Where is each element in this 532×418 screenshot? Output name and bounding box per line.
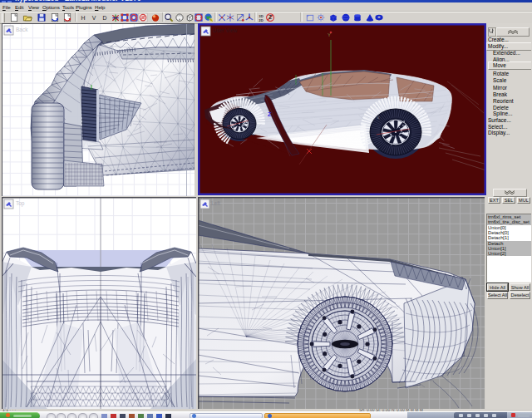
svg-text:V: V — [92, 15, 96, 21]
svg-text:Left: Left — [211, 200, 220, 206]
svg-text:D: D — [103, 15, 107, 21]
svg-text:H: H — [81, 15, 86, 21]
svg-text:×: × — [377, 115, 380, 120]
svg-text:Back: Back — [16, 27, 28, 32]
svg-text:Z: Z — [268, 111, 272, 117]
svg-text:2D: 2D — [259, 18, 263, 22]
svg-text:Z: Z — [268, 14, 272, 20]
svg-text:User View: User View — [213, 27, 238, 33]
svg-text:Top: Top — [16, 200, 25, 207]
